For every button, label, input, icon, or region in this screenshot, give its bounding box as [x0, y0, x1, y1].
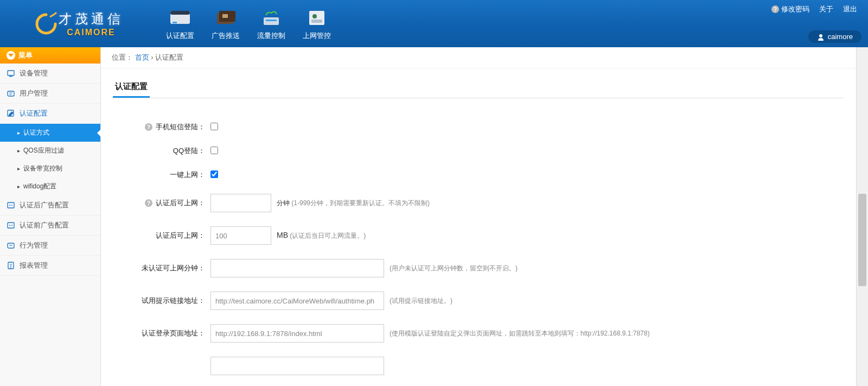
unit-label: 分钟: [277, 199, 290, 207]
app-header: 才茂通信 CAIMORE 认证配置 广告推送 流量控制 上网管: [0, 0, 868, 47]
chevron-down-icon: [7, 51, 15, 60]
triangle-icon: ▸: [17, 130, 20, 136]
svg-rect-2: [173, 22, 177, 23]
sidebar-item-devices[interactable]: 设备管理: [0, 64, 100, 84]
svg-rect-13: [9, 76, 12, 77]
field-label: 一键上网：: [170, 170, 205, 180]
breadcrumb-prefix: 位置：: [112, 53, 133, 61]
field-hint: (认证后当日可上网流量。): [290, 232, 366, 239]
sidebar-menu-header[interactable]: 菜单: [0, 47, 100, 64]
nav-net-control[interactable]: 上网管控: [294, 0, 340, 47]
sidebar-item-pre-auth-ads[interactable]: 认证前广告配置: [0, 216, 100, 236]
trial-link-input[interactable]: [210, 292, 384, 310]
panel-tabs: 认证配置: [113, 77, 844, 98]
sms-login-checkbox[interactable]: [210, 123, 218, 130]
svg-rect-10: [311, 20, 322, 23]
svg-rect-5: [222, 14, 228, 18]
help-icon[interactable]: ?: [145, 199, 152, 207]
triangle-icon: ▸: [17, 166, 20, 172]
field-label: 认证后可上网：: [156, 231, 205, 241]
nav-label: 广告推送: [212, 31, 240, 41]
field-label: 认证后可上网：: [156, 198, 205, 208]
after-auth-mb-input[interactable]: [210, 226, 271, 245]
row-extra: [115, 357, 842, 375]
sidebar-item-label: 认证前广告配置: [20, 220, 69, 230]
field-label: 手机短信登陆：: [156, 122, 205, 132]
svg-rect-16: [8, 203, 14, 208]
row-one-click: 一键上网：: [115, 170, 842, 180]
breadcrumb: 位置： 首页 › 认证配置: [101, 47, 856, 68]
field-label: 未认证可上网分钟：: [142, 263, 205, 273]
row-sms-login: ? 手机短信登陆：: [115, 122, 842, 132]
behavior-icon: [7, 241, 15, 250]
help-icon[interactable]: ?: [145, 123, 152, 131]
svg-point-11: [819, 34, 822, 37]
unit-label: MB: [277, 231, 288, 239]
sidebar-item-reports[interactable]: 报表管理: [0, 256, 100, 276]
sidebar-sub-label: QOS应用过滤: [23, 146, 64, 155]
triangle-icon: ▸: [17, 148, 20, 154]
sidebar-sub-qos[interactable]: ▸ QOS应用过滤: [0, 142, 100, 160]
reports-icon: [7, 261, 15, 270]
change-password-link[interactable]: ? 修改密码: [771, 4, 809, 14]
logo-text-en: CAIMORE: [67, 28, 116, 37]
devices-icon: [7, 69, 15, 78]
sidebar-sub-label: 设备带宽控制: [23, 164, 62, 173]
nav-ads[interactable]: 广告推送: [203, 0, 248, 47]
sidebar-item-auth-config[interactable]: 认证配置: [0, 104, 100, 124]
field-hint: (用户未认证可上网分钟数，留空则不开启。): [390, 264, 518, 273]
change-password-label: 修改密码: [781, 4, 809, 14]
qq-login-checkbox[interactable]: [210, 147, 218, 154]
row-after-auth-time: ? 认证后可上网： 分钟 (1-999分钟，到期需要重新认证。不填为不限制): [115, 194, 842, 212]
sidebar-item-label: 设备管理: [20, 68, 48, 78]
sidebar-item-label: 用户管理: [20, 88, 48, 98]
auth-page-input[interactable]: [210, 324, 384, 343]
sidebar-sub-wifidog[interactable]: ▸ wifidog配置: [0, 178, 100, 195]
svg-rect-12: [8, 71, 14, 75]
user-icon: [817, 33, 825, 41]
field-label: QQ登陆：: [173, 146, 205, 156]
logout-link[interactable]: 退出: [843, 4, 857, 14]
breadcrumb-home[interactable]: 首页: [135, 53, 149, 61]
nav-label: 上网管控: [303, 31, 331, 41]
scrollbar[interactable]: [856, 47, 868, 386]
config-icon: [7, 201, 15, 210]
row-qq-login: QQ登陆：: [115, 146, 842, 156]
user-pill[interactable]: caimore: [808, 30, 861, 43]
sidebar-sub-auth-method[interactable]: ▸ 认证方式: [0, 124, 100, 142]
after-auth-time-input[interactable]: [210, 194, 271, 212]
field-hint: (1-999分钟，到期需要重新认证。不填为不限制): [291, 199, 430, 207]
svg-rect-19: [8, 223, 14, 228]
unauth-minutes-input[interactable]: [210, 259, 384, 277]
scrollbar-thumb[interactable]: [858, 194, 866, 286]
sidebar-sub-label: wifidog配置: [23, 182, 56, 191]
users-icon: [7, 89, 15, 98]
extra-input[interactable]: [210, 357, 384, 375]
sidebar-item-label: 报表管理: [20, 261, 48, 270]
username-label: caimore: [828, 33, 853, 41]
sidebar-item-post-auth-ads[interactable]: 认证后广告配置: [0, 195, 100, 216]
sidebar-item-label: 行为管理: [20, 241, 48, 250]
sidebar-item-label: 认证后广告配置: [20, 200, 69, 210]
sidebar-item-users[interactable]: 用户管理: [0, 84, 100, 104]
help-icon: ?: [771, 5, 779, 13]
sidebar: 菜单 设备管理 用户管理 认证配置 ▸ 认证方式 ▸ QOS应用过滤 ▸ 设备带…: [0, 47, 101, 386]
row-trial-link: 试用提示链接地址： (试用提示链接地址。): [115, 292, 842, 310]
auth-config-icon: [168, 7, 192, 29]
breadcrumb-sep: ›: [151, 53, 155, 61]
panel-title[interactable]: 认证配置: [113, 77, 150, 98]
field-hint: (试用提示链接地址。): [390, 296, 452, 306]
triangle-icon: ▸: [17, 183, 20, 189]
row-auth-page: 认证登录页面地址： (使用模版认证登陆自定义弹出页面网址，如需跳转至本地则填写：…: [115, 324, 842, 343]
sidebar-sub-bandwidth[interactable]: ▸ 设备带宽控制: [0, 160, 100, 178]
sidebar-item-behavior[interactable]: 行为管理: [0, 236, 100, 256]
config-icon: [7, 221, 15, 230]
svg-rect-8: [309, 11, 324, 25]
logo: 才茂通信 CAIMORE: [0, 0, 157, 47]
field-label: 认证登录页面地址：: [142, 328, 205, 338]
nav-flow-control[interactable]: 流量控制: [248, 0, 294, 47]
net-control-icon: [305, 7, 329, 29]
nav-auth-config[interactable]: 认证配置: [157, 0, 203, 47]
about-link[interactable]: 关于: [819, 4, 833, 14]
one-click-checkbox[interactable]: [210, 170, 218, 178]
